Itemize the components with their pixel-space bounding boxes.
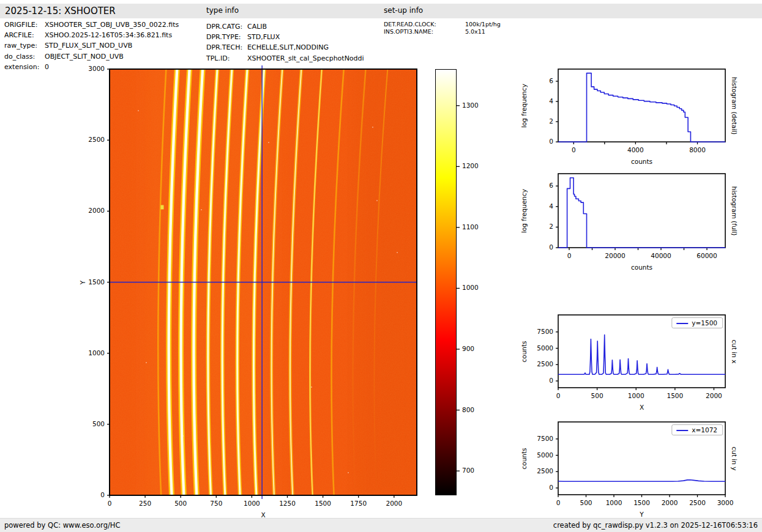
hist-full-xtick-label: 60000 <box>697 252 717 259</box>
hist-full-y-axis-label: log frequency <box>520 188 528 232</box>
info-label: INS.OPTI3.NAME: <box>384 28 465 35</box>
info-row-origfile: ORIGFILE:XSHOOTER_SLT_OBJ_UVB_350_0022.f… <box>4 20 179 30</box>
legend-line-swatch <box>676 323 688 324</box>
cut-x-legend: y=1500 <box>671 317 723 328</box>
info-row-rawtype: raw_type:STD_FLUX_SLIT_NOD_UVB <box>4 40 179 51</box>
hist-full-xtick-label: 40000 <box>651 252 671 259</box>
colorbar-tick-label: 1200 <box>462 162 479 169</box>
cut-y-ytick-label: 2500 <box>537 467 553 475</box>
hist-full-series-line <box>558 178 725 248</box>
raw-frame-image <box>110 69 417 495</box>
hist-detail-xtick-label: 8000 <box>689 146 706 153</box>
cut-x-ytick-label: 2500 <box>537 360 553 368</box>
cut-y-xtick-label: 2500 <box>689 499 706 506</box>
info-label: DPR.TECH: <box>206 42 247 53</box>
main-image-xtick-label: 250 <box>139 500 151 507</box>
main-image-ytick-label: 1000 <box>88 349 105 357</box>
info-label: TPL.ID: <box>206 53 247 64</box>
cut-x-xtick-label: 500 <box>591 392 603 399</box>
cut-y-xtick-label: 500 <box>580 499 592 506</box>
hist-detail-y-axis-label: log frequency <box>520 83 528 127</box>
info-label: DPR.TYPE: <box>206 32 247 42</box>
main-image-ytick-label: 0 <box>100 491 105 498</box>
cut-y-series-line <box>558 480 725 482</box>
title-bar: 2025-12-15: XSHOOTER type info set-up in… <box>0 4 762 18</box>
main-image-xtick-label: 1750 <box>350 500 367 507</box>
colorbar-tick-label: 1300 <box>462 102 479 109</box>
hist-full-ytick-label: 0 <box>549 243 553 251</box>
section-header-type-info: type info <box>206 6 239 15</box>
cut-y-xtick-label: 0 <box>556 499 561 506</box>
info-label: raw_type: <box>4 40 45 51</box>
hist-full-x-axis-label: counts <box>631 264 652 271</box>
cut-x-xtick-label: 1500 <box>667 392 683 399</box>
info-value: OBJECT_SLIT_NOD_UVB <box>45 51 124 62</box>
footer-bar: powered by QC: www.eso.org/HC created by… <box>0 518 762 532</box>
cut-x-xtick-label: 1000 <box>628 392 644 399</box>
cut-x-series-line <box>558 335 725 375</box>
cut-y-xtick-label: 1500 <box>633 499 650 506</box>
cut-x-ytick-label: 7500 <box>537 328 553 335</box>
colorbar-tick-label: 900 <box>462 345 474 352</box>
cut-y-ytick-label: 7500 <box>537 435 553 442</box>
colorbar-tick-label: 800 <box>462 406 474 413</box>
main-image-ytick-label: 1500 <box>88 278 105 286</box>
legend-label: x=1072 <box>692 426 717 434</box>
info-row-opti3name: INS.OPTI3.NAME:5.0x11 <box>384 28 501 35</box>
info-value: 100k/1pt/hg <box>465 21 501 28</box>
hist-detail-xtick-label: 0 <box>572 146 576 153</box>
cut-x-ytick-label: 0 <box>549 377 553 384</box>
cut-x-side-label: cut in x <box>731 339 738 363</box>
hist-full-ytick-label: 4 <box>549 202 553 210</box>
main-image-ytick-label: 2500 <box>88 136 105 143</box>
cut-y-xtick-label: 3000 <box>717 499 734 506</box>
info-value: ECHELLE,SLIT,NODDING <box>247 42 329 53</box>
main-image-ytick-label: 500 <box>92 420 105 427</box>
file-info-block: ORIGFILE:XSHOOTER_SLT_OBJ_UVB_350_0022.f… <box>4 20 179 72</box>
cut-x-y-axis-label: counts <box>520 341 528 362</box>
legend-line-swatch <box>676 430 688 431</box>
hist-full-xtick-label: 0 <box>567 252 572 259</box>
cut-x-x-axis-label: X <box>640 404 644 411</box>
main-image-y-axis-label: Y <box>79 280 86 284</box>
hist-detail-ytick-label: 4 <box>549 97 553 105</box>
info-row-dprtech: DPR.TECH:ECHELLE,SLIT,NODDING <box>206 42 364 53</box>
main-image-xtick-label: 2000 <box>386 500 402 507</box>
cut-y-ytick-label: 0 <box>549 484 553 491</box>
hist-detail-side-label: histogram (detail) <box>731 76 738 134</box>
legend-label: y=1500 <box>692 319 717 327</box>
info-value: STD,FLUX <box>247 32 280 42</box>
hist-full-xtick-label: 20000 <box>605 252 625 259</box>
info-row-dprcatg: DPR.CATG:CALIB <box>206 21 364 32</box>
hist-detail-frame <box>558 69 725 142</box>
setup-info-block: DET.READ.CLOCK:100k/1pt/hg INS.OPTI3.NAM… <box>384 21 501 35</box>
info-row-tplid: TPL.ID:XSHOOTER_slt_cal_SpecphotNoddi <box>206 53 364 64</box>
main-image-xtick-label: 1000 <box>244 500 260 507</box>
cut-y-frame <box>558 422 725 495</box>
colorbar-tick-label: 1000 <box>462 284 479 291</box>
info-value: XSHOOTER_SLT_OBJ_UVB_350_0022.fits <box>45 20 179 30</box>
footer-left-text: powered by QC: www.eso.org/HC <box>4 521 120 530</box>
cut-y-legend: x=1072 <box>671 424 723 435</box>
section-header-setup-info: set-up info <box>384 6 423 15</box>
info-row-arcfile: ARCFILE:XSHOO.2025-12-16T05:34:36.821.fi… <box>4 30 179 40</box>
hist-full-side-label: histogram (full) <box>731 186 738 235</box>
main-image-xtick-label: 750 <box>210 500 222 507</box>
main-image-xtick-label: 1500 <box>315 500 331 507</box>
cut-y-x-axis-label: Y <box>640 511 643 518</box>
hist-detail-x-axis-label: counts <box>631 158 652 165</box>
info-label: DPR.CATG: <box>206 21 247 32</box>
info-row-dprtype: DPR.TYPE:STD,FLUX <box>206 32 364 42</box>
footer-right-text: created by qc_rawdisp.py v1.2.3 on 2025-… <box>553 521 758 530</box>
cut-x-ytick-label: 5000 <box>537 344 553 352</box>
hist-full-ytick-label: 2 <box>549 223 553 230</box>
info-label: extension: <box>4 62 45 72</box>
type-info-block: DPR.CATG:CALIB DPR.TYPE:STD,FLUX DPR.TEC… <box>206 21 364 64</box>
info-value: 5.0x11 <box>465 28 485 35</box>
info-value: XSHOOTER_slt_cal_SpecphotNoddi <box>247 53 364 64</box>
cut-y-y-axis-label: counts <box>520 448 528 469</box>
hist-detail-ytick-label: 6 <box>549 77 553 84</box>
cut-y-xtick-label: 1000 <box>606 499 622 506</box>
cut-y-side-label: cut in y <box>731 446 738 470</box>
main-image-ytick-label: 2000 <box>88 207 105 214</box>
